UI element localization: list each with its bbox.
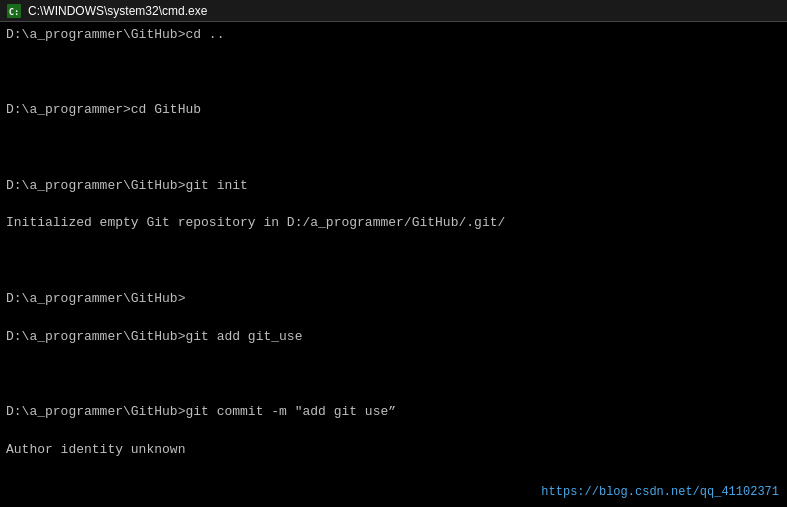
svg-text:C:: C: <box>9 6 20 16</box>
title-bar-text: C:\WINDOWS\system32\cmd.exe <box>28 4 781 18</box>
line-7: D:\a_programmer\GitHub>git commit -m "ad… <box>6 403 781 422</box>
cmd-icon: C: <box>6 3 22 19</box>
terminal-output: D:\a_programmer\GitHub>cd .. D:\a_progra… <box>6 26 781 507</box>
line-blank-1 <box>6 64 781 83</box>
line-8: Author identity unknown <box>6 441 781 460</box>
line-4: Initialized empty Git repository in D:/a… <box>6 214 781 233</box>
line-2: D:\a_programmer>cd GitHub <box>6 101 781 120</box>
line-6: D:\a_programmer\GitHub>git add git_use <box>6 328 781 347</box>
line-blank-3 <box>6 252 781 271</box>
line-3: D:\a_programmer\GitHub>git init <box>6 177 781 196</box>
line-1: D:\a_programmer\GitHub>cd .. <box>6 26 781 45</box>
line-5: D:\a_programmer\GitHub> <box>6 290 781 309</box>
line-blank-2 <box>6 139 781 158</box>
line-blank-4 <box>6 365 781 384</box>
terminal: D:\a_programmer\GitHub>cd .. D:\a_progra… <box>0 22 787 507</box>
watermark: https://blog.csdn.net/qq_41102371 <box>541 484 779 501</box>
title-bar: C: C:\WINDOWS\system32\cmd.exe <box>0 0 787 22</box>
